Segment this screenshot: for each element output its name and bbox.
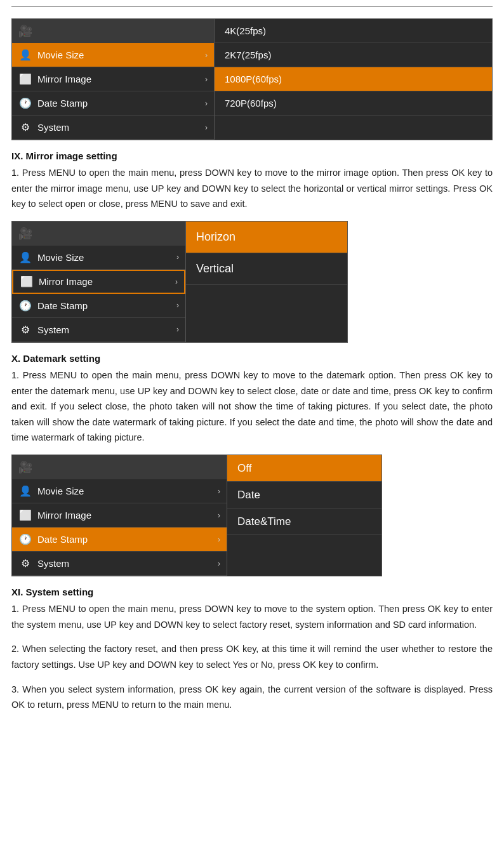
cam-submenu-2: Horizon Vertical xyxy=(186,221,348,343)
movie-size-arrow-1: › xyxy=(205,51,208,60)
section-ix-heading: IX. Mirror image setting xyxy=(11,150,493,161)
system-arrow-3: › xyxy=(218,559,220,568)
mirror-arrow-3: › xyxy=(218,511,220,520)
system-arrow-2: › xyxy=(176,325,179,334)
movie-size-arrow-3: › xyxy=(218,487,220,496)
sub-4k: 4K(25fps) xyxy=(215,19,492,43)
cam-header-3: 🎥 xyxy=(12,455,227,479)
date-label-3: Date Stamp xyxy=(37,534,218,545)
cam-row-movie-size-2: 👤 Movie Size › xyxy=(12,246,185,270)
sub-vertical: Vertical xyxy=(186,253,347,285)
system-label-3: System xyxy=(37,558,218,569)
movie-size-arrow-2: › xyxy=(176,253,179,262)
mirror-label-3: Mirror Image xyxy=(37,510,218,521)
cam-menu-3: 🎥 👤 Movie Size › ⬜ Mirror Image › 🕐 Date… xyxy=(11,455,227,576)
section-ix-body: 1. Press MENU to open the main menu, pre… xyxy=(11,165,493,212)
top-divider xyxy=(11,6,493,7)
cam-header-icon-1: 🎥 xyxy=(18,24,32,38)
sub-1080p: 1080P(60fps) xyxy=(215,67,492,91)
section-x-heading: X. Datemark setting xyxy=(11,353,493,364)
cam-header-icon-3: 🎥 xyxy=(18,460,32,474)
system-label-1: System xyxy=(37,122,205,133)
sub-datetime: Date&Time xyxy=(227,508,381,535)
section-xi-body1: 1. Press MENU to open the main menu, pre… xyxy=(11,601,493,632)
date-arrow-1: › xyxy=(205,99,208,108)
date-label-2: Date Stamp xyxy=(37,300,176,311)
cam-row-date-3: 🕐 Date Stamp › xyxy=(12,528,227,552)
cam-row-system-1: ⚙ System › xyxy=(12,116,214,140)
movie-size-icon-1: 👤 xyxy=(18,49,32,61)
cam-header-2: 🎥 xyxy=(12,222,185,246)
cam-row-mirror-3: ⬜ Mirror Image › xyxy=(12,503,227,528)
sub-horizon: Horizon xyxy=(186,222,347,253)
date-icon-3: 🕐 xyxy=(18,533,32,545)
section-xi-body2: 2. When selecting the factory reset, and… xyxy=(11,641,493,672)
mirror-icon-1: ⬜ xyxy=(18,73,32,85)
section-xi-body3: 3. When you select system information, p… xyxy=(11,682,493,713)
cam-row-system-2: ⚙ System › xyxy=(12,318,185,342)
mirror-icon-2: ⬜ xyxy=(20,275,34,288)
system-arrow-1: › xyxy=(205,123,208,132)
date-icon-2: 🕐 xyxy=(18,300,32,312)
mirror-label-2: Mirror Image xyxy=(39,276,175,287)
date-arrow-3: › xyxy=(218,535,220,544)
cam-row-system-3: ⚙ System › xyxy=(12,552,227,576)
cam-menu-1: 🎥 👤 Movie Size › ⬜ Mirror Image › 🕐 Date… xyxy=(11,18,215,140)
system-icon-3: ⚙ xyxy=(18,557,32,569)
cam-submenu-3: Off Date Date&Time xyxy=(227,455,382,576)
cam-row-date-1: 🕐 Date Stamp › xyxy=(12,91,214,116)
system-label-2: System xyxy=(37,324,176,335)
movie-size-label-2: Movie Size xyxy=(37,252,176,263)
system-icon-2: ⚙ xyxy=(18,324,32,336)
mirror-arrow-1: › xyxy=(205,75,208,84)
system-icon-1: ⚙ xyxy=(18,121,32,133)
section-x-body: 1. Press MENU to open the main menu, pre… xyxy=(11,368,493,446)
mirror-arrow-2: › xyxy=(175,277,178,286)
sub-720p: 720P(60fps) xyxy=(215,91,492,116)
sub-2k7: 2K7(25fps) xyxy=(215,43,492,67)
cam-row-mirror-1: ⬜ Mirror Image › xyxy=(12,67,214,91)
cam-row-movie-size-3: 👤 Movie Size › xyxy=(12,479,227,503)
sub-off: Off xyxy=(227,455,381,482)
movie-size-label-1: Movie Size xyxy=(37,50,205,60)
movie-size-icon-3: 👤 xyxy=(18,485,32,497)
cam-row-date-2: 🕐 Date Stamp › xyxy=(12,294,185,318)
mirror-icon-3: ⬜ xyxy=(18,509,32,521)
section-xi-heading: XI. System setting xyxy=(11,587,493,597)
sub-date: Date xyxy=(227,482,381,508)
cam-header-1: 🎥 xyxy=(12,19,214,43)
movie-size-icon-2: 👤 xyxy=(18,251,32,263)
screenshot-2-wrapper: 🎥 👤 Movie Size › ⬜ Mirror Image › 🕐 Date… xyxy=(11,221,493,343)
camera-ui-1: 🎥 👤 Movie Size › ⬜ Mirror Image › 🕐 Date… xyxy=(11,18,493,140)
cam-submenu-1: 4K(25fps) 2K7(25fps) 1080P(60fps) 720P(6… xyxy=(215,18,493,140)
cam-header-icon-2: 🎥 xyxy=(18,227,32,241)
date-arrow-2: › xyxy=(176,301,179,310)
movie-size-label-3: Movie Size xyxy=(37,486,218,496)
mirror-label-1: Mirror Image xyxy=(37,74,205,84)
camera-ui-3: 🎥 👤 Movie Size › ⬜ Mirror Image › 🕐 Date… xyxy=(11,455,493,576)
cam-row-mirror-2: ⬜ Mirror Image › xyxy=(12,270,185,294)
cam-row-movie-size-1: 👤 Movie Size › xyxy=(12,43,214,67)
screenshot-3-wrapper: 🎥 👤 Movie Size › ⬜ Mirror Image › 🕐 Date… xyxy=(11,455,493,576)
date-label-1: Date Stamp xyxy=(37,98,205,109)
cam-menu-2: 🎥 👤 Movie Size › ⬜ Mirror Image › 🕐 Date… xyxy=(11,221,186,343)
date-icon-1: 🕐 xyxy=(18,97,32,109)
camera-ui-2: 🎥 👤 Movie Size › ⬜ Mirror Image › 🕐 Date… xyxy=(11,221,493,343)
screenshot-1-wrapper: 🎥 👤 Movie Size › ⬜ Mirror Image › 🕐 Date… xyxy=(11,18,493,140)
